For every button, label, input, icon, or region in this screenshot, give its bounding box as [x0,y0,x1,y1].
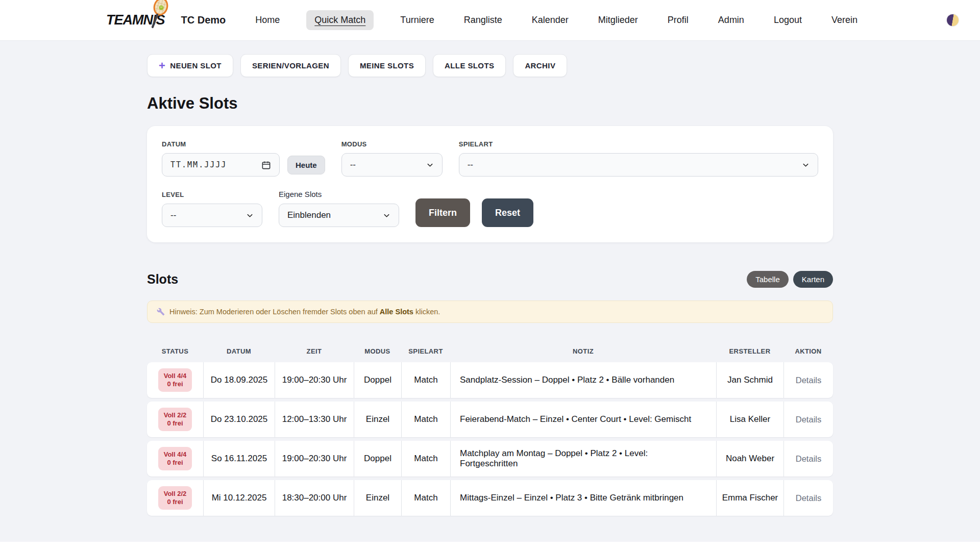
spielart-cell: Match [401,402,450,437]
status-badge: Voll 2/2 0 frei [158,408,192,432]
reset-button[interactable]: Reset [482,198,533,227]
chevron-down-icon [426,161,434,169]
details-button[interactable]: Details [796,454,821,464]
date-input[interactable]: TT.MM.JJJJ [162,153,280,177]
ersteller-cell: Jan Schmid [716,362,783,398]
filter-panel: DATUM TT.MM.JJJJ Heute MODUS -- [147,126,833,242]
slots-table: Voll 4/4 0 frei Do 18.09.2025 19:00–20:3… [147,362,833,516]
nav-item[interactable]: Quick Match [306,10,374,30]
chevron-down-icon [246,212,254,219]
hint-text: Hinweis: Zum Moderieren oder Löschen fre… [169,308,440,316]
chevron-down-icon [383,212,390,219]
toolbar-button-label: SERIEN/VORLAGEN [252,61,329,70]
column-header: DATUM [203,347,275,355]
modus-cell: Einzel [354,480,401,516]
notiz-cell: Feierabend-Match – Einzel • Center Court… [450,402,716,437]
nav-item[interactable]: Verein [828,10,861,30]
table-row: Voll 4/4 0 frei So 16.11.2025 19:00–20:3… [147,441,833,477]
modus-value: -- [350,160,356,170]
datum-cell: Mi 10.12.2025 [203,480,275,516]
level-value: -- [170,210,176,220]
nav-item[interactable]: Admin [715,10,747,30]
eigene-slots-select[interactable]: Einblenden [279,204,399,227]
zeit-cell: 18:30–20:00 Uhr [275,480,354,516]
today-button[interactable]: Heute [287,156,325,174]
spielart-label: SPIELART [459,140,818,148]
filter-spielart-group: SPIELART -- [459,140,818,177]
table-header: STATUS DATUM ZEIT MODUS SPIELART NOTIZ E… [147,343,833,362]
filter-level-group: LEVEL -- [162,191,262,227]
app-logo[interactable]: TEAMNIS [106,12,165,28]
table-row: Voll 2/2 0 frei Do 23.10.2025 12:00–13:3… [147,402,833,437]
level-label: LEVEL [162,191,262,198]
theme-toggle-icon[interactable] [947,14,959,26]
status-cell: Voll 4/4 0 frei [147,441,203,477]
column-header: MODUS [354,347,401,355]
slots-title: Slots [147,272,178,287]
chevron-down-icon [802,161,810,169]
column-header: ERSTELLER [716,347,783,355]
aktion-cell: Details [783,441,833,477]
spielart-cell: Match [401,362,450,398]
status-cell: Voll 4/4 0 frei [147,362,203,398]
column-header: ZEIT [275,347,354,355]
nav-item[interactable]: Mitglieder [595,10,641,30]
modus-label: MODUS [341,140,443,148]
datum-label: DATUM [162,140,325,148]
details-button[interactable]: Details [796,375,821,385]
date-placeholder: TT.MM.JJJJ [170,160,227,169]
nav-item[interactable]: Turniere [397,10,437,30]
filter-button[interactable]: Filtern [415,198,470,227]
eigene-slots-label: Eigene Slots [279,190,399,198]
aktion-cell: Details [783,402,833,437]
spielart-cell: Match [401,480,450,516]
toolbar-button-label: ALLE SLOTS [445,61,494,70]
toolbar-button[interactable]: + ARCHIV [513,54,567,77]
toolbar-button[interactable]: + MEINE SLOTS [348,54,426,77]
ersteller-cell: Lisa Keller [716,402,783,437]
toolbar-button[interactable]: + NEUEN SLOT [147,54,233,77]
table-row: Voll 2/2 0 frei Mi 10.12.2025 18:30–20:0… [147,480,833,516]
datum-cell: Do 18.09.2025 [203,362,275,398]
modus-cell: Doppel [354,362,401,398]
tennis-racket-icon [150,0,172,31]
nav-item[interactable]: Profil [665,10,692,30]
status-badge: Voll 2/2 0 frei [158,486,192,510]
column-header: AKTION [783,347,833,355]
spielart-select[interactable]: -- [459,153,818,177]
nav-item[interactable]: Kalender [529,10,572,30]
nav-item[interactable]: Rangliste [461,10,505,30]
zeit-cell: 19:00–20:30 Uhr [275,362,354,398]
notiz-cell: Sandplatz-Session – Doppel • Platz 2 • B… [450,362,716,398]
modus-cell: Doppel [354,441,401,477]
column-header: STATUS [147,347,203,355]
filter-eigene-slots-group: Eigene Slots Einblenden [279,190,399,227]
nav-item[interactable]: TC Demo [178,10,229,31]
hint-banner: Hinweis: Zum Moderieren oder Löschen fre… [147,300,833,323]
eigene-slots-value: Einblenden [287,210,331,220]
nav-item[interactable]: Home [252,10,283,30]
column-header: NOTIZ [450,347,716,355]
table-view-button[interactable]: Tabelle [747,271,789,288]
cards-view-button[interactable]: Karten [793,271,833,288]
status-cell: Voll 2/2 0 frei [147,402,203,437]
notiz-cell: Matchplay am Montag – Doppel • Platz 2 •… [450,441,716,477]
status-cell: Voll 2/2 0 frei [147,480,203,516]
tennis-ball-icon [159,5,163,10]
toolbar-button[interactable]: + SERIEN/VORLAGEN [240,54,341,77]
top-nav: TEAMNIS TC Demo Home Quick Match Turnier… [0,0,980,41]
modus-cell: Einzel [354,402,401,437]
level-select[interactable]: -- [162,204,262,227]
toolbar-button[interactable]: + ALLE SLOTS [433,54,506,77]
details-button[interactable]: Details [796,493,821,503]
filter-datum-group: DATUM TT.MM.JJJJ Heute [162,140,325,177]
modus-select[interactable]: -- [341,153,443,177]
nav-item[interactable]: Logout [771,10,805,30]
details-button[interactable]: Details [796,415,821,424]
zeit-cell: 12:00–13:30 Uhr [275,402,354,437]
toolbar-button-label: MEINE SLOTS [360,61,414,70]
toolbar-button-label: ARCHIV [525,61,555,70]
slot-toolbar: + NEUEN SLOT + SERIEN/VORLAGEN + MEINE S… [147,54,833,77]
wrench-icon [157,308,165,316]
ersteller-cell: Emma Fischer [716,480,783,516]
